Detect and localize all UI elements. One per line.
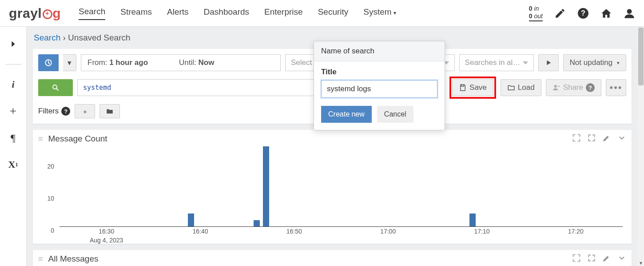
drag-handle-icon[interactable]: ≡ bbox=[38, 256, 44, 262]
help-icon: ? bbox=[586, 83, 595, 92]
header-right: 0 in 0 out ? bbox=[529, 5, 635, 22]
scratchpad-icon[interactable] bbox=[554, 8, 566, 19]
nav-system[interactable]: System▾ bbox=[363, 7, 396, 20]
nav-enterprise[interactable]: Enterprise bbox=[264, 7, 303, 20]
breadcrumb-current: Unsaved Search bbox=[68, 33, 130, 42]
widget-title: All Messages bbox=[48, 254, 99, 264]
scroll-down-icon[interactable]: ▼ bbox=[638, 260, 644, 266]
timerange-button[interactable] bbox=[38, 54, 59, 71]
brand-logo[interactable]: graylg bbox=[9, 6, 61, 21]
popover-body: Title Create new Cancel bbox=[314, 61, 445, 130]
throughput-stats[interactable]: 0 in 0 out bbox=[529, 5, 543, 22]
collapse-icon[interactable] bbox=[572, 254, 581, 264]
rail-info-icon[interactable]: i bbox=[5, 78, 21, 91]
popover-actions: Create new Cancel bbox=[321, 106, 437, 123]
in-label: in bbox=[534, 5, 539, 12]
cancel-button[interactable]: Cancel bbox=[377, 106, 413, 123]
more-actions-button[interactable]: ••• bbox=[606, 79, 626, 96]
help-icon[interactable]: ? bbox=[577, 8, 589, 19]
share-label: Share bbox=[563, 83, 583, 92]
nav-alerts[interactable]: Alerts bbox=[167, 7, 189, 20]
popover-header: Name of search bbox=[314, 41, 445, 61]
run-search-button[interactable] bbox=[38, 79, 73, 96]
from-value: 1 hour ago bbox=[109, 58, 148, 67]
brand-text-1: grayl bbox=[9, 6, 42, 21]
save-button-highlight: Save bbox=[449, 77, 496, 99]
ellipsis-icon: ••• bbox=[609, 82, 622, 93]
main-nav: Search Streams Alerts Dashboards Enterpr… bbox=[79, 7, 396, 20]
widget-header: ≡ All Messages bbox=[38, 254, 626, 264]
timerange-display[interactable]: From: 1 hour ago Until: Now bbox=[81, 54, 281, 71]
rail-variable-icon[interactable]: X1 bbox=[5, 158, 21, 171]
widget-header: ≡ Message Count bbox=[38, 133, 626, 144]
message-count-chart[interactable]: 01020 16:3016:4016:5017:0017:1017:20Aug … bbox=[38, 147, 626, 240]
user-icon[interactable] bbox=[624, 8, 635, 19]
chevron-down-icon: ▾ bbox=[394, 10, 396, 16]
add-filter-button[interactable]: + bbox=[75, 104, 95, 118]
title-input[interactable] bbox=[321, 80, 437, 98]
widget-title: Message Count bbox=[48, 134, 107, 144]
svg-point-5 bbox=[554, 85, 557, 88]
breadcrumb-root[interactable]: Search bbox=[34, 33, 60, 42]
rail-pilcrow-icon[interactable]: ¶ bbox=[5, 131, 21, 145]
collapse-icon[interactable] bbox=[572, 133, 581, 144]
scroll-thumb[interactable] bbox=[638, 28, 644, 85]
share-button[interactable]: Share ? bbox=[546, 79, 601, 96]
nav-system-label: System bbox=[363, 7, 391, 16]
left-rail: i + ¶ X1 bbox=[0, 27, 27, 266]
nav-dashboards[interactable]: Dashboards bbox=[204, 7, 249, 20]
refresh-interval-button[interactable]: Not updating ▾ bbox=[563, 54, 626, 71]
nav-search[interactable]: Search bbox=[79, 7, 105, 20]
top-header: graylg Search Streams Alerts Dashboards … bbox=[0, 0, 644, 27]
all-messages-widget: ≡ All Messages bbox=[33, 250, 632, 266]
page-scrollbar[interactable]: ▲ ▼ bbox=[638, 27, 644, 266]
chevron-down-icon bbox=[523, 61, 528, 64]
brand-text-2: g bbox=[52, 6, 61, 21]
save-label: Save bbox=[469, 83, 487, 92]
until-value: Now bbox=[199, 58, 215, 67]
nav-streams[interactable]: Streams bbox=[120, 7, 152, 20]
help-icon[interactable]: ? bbox=[61, 107, 70, 116]
save-button[interactable]: Save bbox=[452, 79, 493, 96]
saved-searches-placeholder: Searches in al… bbox=[465, 58, 521, 67]
rail-expand-icon[interactable] bbox=[5, 37, 21, 51]
widget-tools bbox=[572, 254, 626, 264]
create-new-button[interactable]: Create new bbox=[321, 106, 372, 123]
out-count: 0 bbox=[529, 12, 533, 20]
play-button[interactable] bbox=[538, 54, 559, 71]
rail-divider bbox=[5, 64, 21, 64]
home-icon[interactable] bbox=[600, 8, 612, 19]
message-count-widget: ≡ Message Count 01020 16:3016:4016:5017:… bbox=[33, 130, 632, 244]
until-label: Until: bbox=[179, 58, 196, 67]
edit-icon[interactable] bbox=[602, 133, 611, 144]
chart-bar[interactable] bbox=[254, 220, 260, 226]
in-count: 0 bbox=[529, 5, 533, 12]
brand-icon bbox=[43, 9, 52, 19]
timerange-caret[interactable]: ▾ bbox=[63, 54, 76, 71]
saved-searches-select[interactable]: Searches in al… bbox=[459, 54, 534, 71]
updating-label: Not updating bbox=[570, 58, 612, 67]
expand-icon[interactable] bbox=[587, 254, 596, 264]
from-label: From: bbox=[87, 58, 107, 67]
edit-icon[interactable] bbox=[602, 254, 611, 264]
chevron-down-icon[interactable] bbox=[617, 254, 626, 264]
svg-point-2 bbox=[627, 9, 632, 14]
chevron-down-icon: ▾ bbox=[617, 60, 620, 66]
out-label: out bbox=[534, 12, 543, 20]
filter-folder-button[interactable] bbox=[99, 104, 120, 118]
chevron-down-icon[interactable] bbox=[617, 133, 626, 144]
filters-label: Filters? bbox=[38, 107, 70, 116]
nav-security[interactable]: Security bbox=[318, 7, 349, 20]
save-search-popover: Name of search Title Create new Cancel bbox=[314, 41, 445, 130]
chart-bar[interactable] bbox=[188, 214, 194, 226]
title-label: Title bbox=[321, 68, 437, 77]
breadcrumb-sep: › bbox=[63, 33, 65, 42]
expand-icon[interactable] bbox=[587, 133, 596, 144]
load-button[interactable]: Load bbox=[501, 79, 541, 96]
chart-bar[interactable] bbox=[263, 146, 269, 226]
drag-handle-icon[interactable]: ≡ bbox=[38, 136, 44, 142]
rail-add-icon[interactable]: + bbox=[5, 105, 21, 118]
chart-bar[interactable] bbox=[469, 214, 476, 226]
load-label: Load bbox=[518, 83, 535, 92]
filters-text: Filters bbox=[38, 107, 59, 116]
